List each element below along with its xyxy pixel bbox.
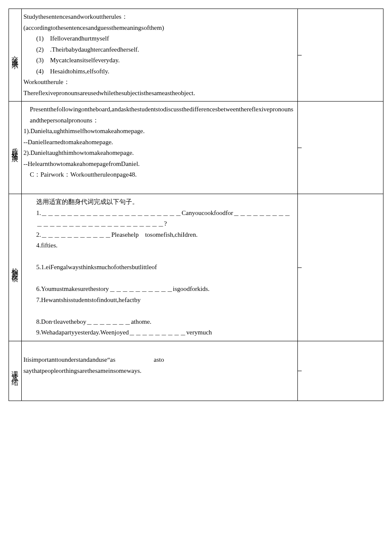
content-line: 8.Don·tleavetheboy＿＿＿＿＿＿＿athome. bbox=[23, 317, 296, 328]
content-line: (3) Mycatcleansitselfeveryday. bbox=[23, 55, 296, 66]
content-line: (accordingtothesentencesandguessthemeani… bbox=[23, 23, 296, 34]
section-notes bbox=[298, 341, 383, 401]
content-line: --Daniellearnedtomakeahomepage. bbox=[23, 137, 296, 148]
section-content: 选用适宜的翻身代词完成以下句子。1.＿＿＿＿＿＿＿＿＿＿＿＿＿＿＿＿＿＿＿＿＿＿… bbox=[22, 194, 298, 341]
content-line bbox=[23, 251, 296, 262]
tick-mark bbox=[297, 267, 302, 268]
content-line: Thereflexivepronounsareusedwhilethesubje… bbox=[23, 88, 296, 99]
content-line: (1) Ifelloverandhurtmyself bbox=[23, 33, 296, 44]
section-notes bbox=[298, 194, 383, 341]
section-content: Presentthefollowingontheboard,andaskthes… bbox=[22, 102, 298, 194]
section-notes bbox=[298, 102, 383, 194]
content-line: 9.Wehadapartyyesterday.Weenjoyed＿＿＿＿＿＿＿＿… bbox=[23, 327, 296, 338]
content-line: saythatpeopleorthingsarethesameinsomeway… bbox=[23, 366, 296, 377]
content-line bbox=[23, 180, 296, 192]
content-line: 1).Danielta,ughthimselfhowtomakeahomepag… bbox=[23, 126, 296, 137]
section-label-text: 质疑拓展 bbox=[9, 142, 21, 153]
lesson-table: 交流展示Studythesentencesandworkouttherules：… bbox=[9, 9, 383, 401]
section-label-text: 检测反馈 bbox=[9, 262, 21, 273]
content-line: Studythesentencesandworkouttherules： bbox=[23, 12, 296, 23]
content-line bbox=[23, 344, 296, 355]
section-label-text: 课堂小结 bbox=[9, 366, 21, 376]
content-line bbox=[23, 387, 296, 398]
content-line: 4.fifties. bbox=[23, 240, 296, 251]
content-line: Presentthefollowingontheboard,andaskthes… bbox=[23, 104, 296, 126]
section-label: 课堂小结 bbox=[9, 341, 22, 401]
content-line: 7.Hewantshisstudentstofindoutt,hefactby bbox=[23, 295, 296, 306]
section-content: Studythesentencesandworkouttherules：(acc… bbox=[22, 9, 298, 102]
section-label-text: 交流展示 bbox=[9, 50, 21, 60]
content-line: 1.＿＿＿＿＿＿＿＿＿＿＿＿＿＿＿＿＿＿＿＿＿＿Canyoucookfoodfo… bbox=[23, 208, 296, 230]
content-line: 2.＿＿＿＿＿＿＿＿＿＿＿Pleasehelp tosomefish,chiId… bbox=[23, 230, 296, 241]
tick-mark bbox=[297, 55, 302, 55]
content-line: (2) .Theirbabydaughtercanfeedherself. bbox=[23, 44, 296, 55]
content-line: --HelearnthowtomakeahomepagefromDaniel. bbox=[23, 159, 296, 170]
section-content: Itisimportanttounderstandanduse“as astos… bbox=[22, 341, 298, 401]
content-line bbox=[23, 305, 296, 317]
content-line: (4) Hesaidtohims,elfsoftly. bbox=[23, 66, 296, 77]
content-line: 2).Danieltaughthimhowtomakeahomepage. bbox=[23, 148, 296, 159]
content-line bbox=[23, 273, 296, 284]
tick-mark bbox=[297, 148, 302, 148]
content-line: 5.1.eiFengalwaysthinksmuchofothersbutlit… bbox=[23, 262, 296, 273]
content-line bbox=[23, 376, 296, 387]
section-label: 检测反馈 bbox=[9, 194, 22, 341]
content-line: Workouttherule： bbox=[23, 77, 296, 88]
content-line: C：Pairwork：Workouttheruleonpage48. bbox=[23, 169, 296, 180]
content-line: 6.Youmustmakesurethestory＿＿＿＿＿＿＿＿＿＿isgoo… bbox=[23, 284, 296, 295]
tick-mark bbox=[297, 371, 302, 371]
content-line: Itisimportanttounderstandanduse“as asto bbox=[23, 355, 296, 366]
section-notes bbox=[298, 9, 383, 102]
section-label: 质疑拓展 bbox=[9, 102, 22, 194]
content-line: 选用适宜的翻身代词完成以下句子。 bbox=[23, 197, 296, 208]
section-label: 交流展示 bbox=[9, 9, 22, 102]
